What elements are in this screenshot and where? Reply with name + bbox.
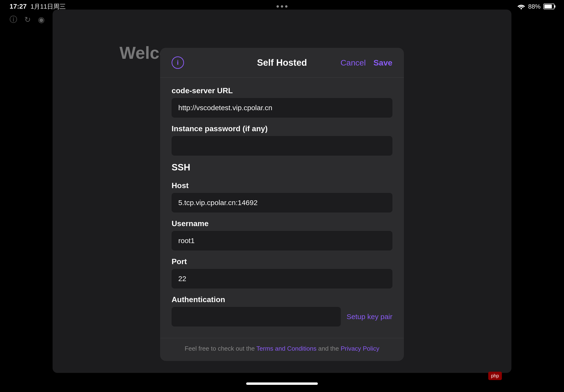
port-label: Port	[172, 257, 392, 266]
ssh-section-label: SSH	[172, 162, 392, 173]
footer-text-1: Feel free to check out the	[185, 345, 256, 352]
authentication-row: Setup key pair	[172, 307, 392, 326]
host-group: Host	[172, 181, 392, 212]
svg-point-0	[521, 8, 522, 9]
port-input[interactable]	[172, 269, 392, 289]
setup-key-pair-button[interactable]: Setup key pair	[346, 313, 392, 321]
status-bar-center	[276, 5, 288, 8]
modal-body: code-server URL Instance password (if an…	[160, 78, 404, 338]
dot-1	[276, 5, 279, 8]
host-label: Host	[172, 181, 392, 190]
port-group: Port	[172, 257, 392, 289]
dots-indicator	[276, 5, 288, 8]
battery-percentage: 88%	[528, 3, 541, 10]
status-bar-right: 88%	[517, 3, 554, 10]
save-button[interactable]: Save	[373, 58, 392, 67]
status-time: 17:27	[10, 3, 27, 10]
code-server-url-group: code-server URL	[172, 86, 392, 118]
modal-title: Self Hosted	[257, 58, 307, 68]
status-bar-left: 17:27 1月11日周三	[10, 2, 66, 11]
ssh-section: SSH	[172, 162, 392, 174]
footer-text-2: and the	[316, 345, 341, 352]
top-icons-bar: ⓘ ↻ ◉	[10, 14, 45, 25]
modal-header-actions: Cancel Save	[341, 58, 392, 67]
self-hosted-modal: i Self Hosted Cancel Save code-server UR…	[160, 48, 404, 361]
instance-password-input[interactable]	[172, 136, 392, 156]
username-group: Username	[172, 219, 392, 251]
status-date: 1月11日周三	[31, 2, 66, 11]
code-server-url-input[interactable]	[172, 98, 392, 118]
privacy-link[interactable]: Privacy Policy	[341, 345, 380, 352]
wifi-icon	[517, 3, 525, 10]
battery-fill	[544, 4, 552, 8]
modal-header-left: i	[172, 56, 184, 69]
dot-3	[285, 5, 288, 8]
modal-footer: Feel free to check out the Terms and Con…	[160, 338, 404, 361]
host-input[interactable]	[172, 193, 392, 212]
eye-icon[interactable]: ◉	[38, 15, 45, 24]
authentication-label: Authentication	[172, 295, 392, 304]
code-server-url-label: code-server URL	[172, 86, 392, 95]
instance-password-group: Instance password (if any)	[172, 124, 392, 156]
username-label: Username	[172, 219, 392, 228]
status-bar: 17:27 1月11日周三 88%	[0, 0, 564, 13]
info-icon[interactable]: ⓘ	[10, 14, 17, 25]
authentication-group: Authentication Setup key pair	[172, 295, 392, 326]
cancel-button[interactable]: Cancel	[341, 58, 366, 67]
home-indicator	[246, 382, 318, 385]
modal-info-icon: i	[172, 56, 184, 69]
authentication-input[interactable]	[172, 307, 341, 326]
dot-2	[281, 5, 283, 8]
php-badge: php	[488, 372, 502, 380]
terms-link[interactable]: Terms and Conditions	[256, 345, 316, 352]
refresh-icon[interactable]: ↻	[24, 15, 31, 24]
battery-icon	[543, 4, 554, 9]
instance-password-label: Instance password (if any)	[172, 124, 392, 133]
username-input[interactable]	[172, 231, 392, 251]
modal-header: i Self Hosted Cancel Save	[160, 48, 404, 78]
